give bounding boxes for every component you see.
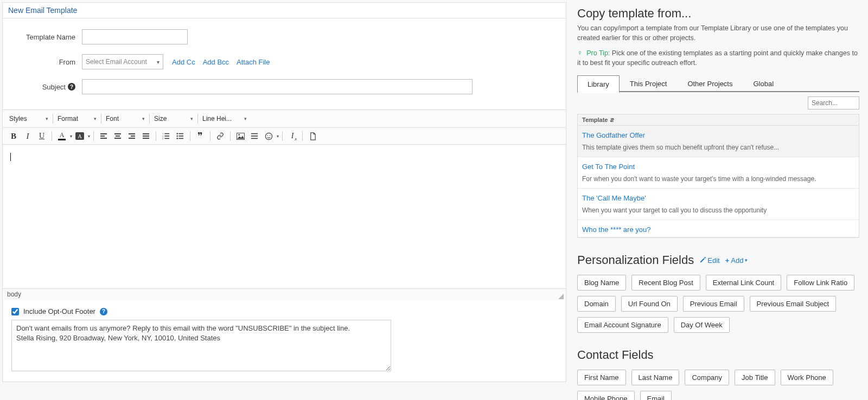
template-name-label: Template Name [14, 33, 82, 41]
help-icon[interactable]: ? [68, 83, 75, 91]
svg-point-17 [265, 133, 272, 139]
field-button[interactable]: Mobile Phone [577, 391, 635, 400]
add-field-button[interactable]: +Add ▾ [725, 256, 748, 264]
field-button[interactable]: Last Name [631, 370, 680, 385]
field-button[interactable]: Blog Name [577, 275, 626, 291]
pencil-icon [699, 257, 706, 263]
template-row[interactable]: Get To The Point For when you don't want… [578, 157, 859, 189]
chevron-down-icon[interactable]: ▾ [277, 134, 279, 139]
svg-point-10 [176, 138, 178, 139]
text-cursor [10, 153, 11, 161]
emoji-button[interactable] [262, 130, 275, 142]
template-link[interactable]: Get To The Point [582, 163, 854, 171]
resize-handle[interactable] [558, 294, 564, 299]
link-button[interactable] [214, 130, 227, 142]
template-link[interactable]: The Godfather Offer [582, 131, 854, 139]
svg-text:3: 3 [162, 137, 164, 140]
template-row[interactable]: Who the **** are you? [578, 220, 859, 237]
template-row[interactable]: The Godfather Offer This template gives … [578, 126, 859, 157]
svg-rect-1 [164, 133, 169, 134]
field-button[interactable]: Email [640, 391, 672, 400]
svg-point-13 [238, 134, 240, 136]
template-row[interactable]: The 'Call Me Maybe' When you want your t… [578, 189, 859, 220]
image-button[interactable] [234, 130, 247, 142]
size-dropdown[interactable]: Size▾ [152, 112, 195, 125]
svg-rect-15 [251, 136, 258, 137]
optout-checkbox[interactable] [11, 308, 19, 315]
svg-rect-16 [251, 138, 258, 139]
horizontal-rule-button[interactable] [248, 130, 261, 142]
align-right-button[interactable] [125, 130, 138, 142]
element-path[interactable]: body [7, 291, 21, 298]
template-desc: For when you don't want to waste your ta… [582, 175, 854, 183]
editor-body[interactable] [3, 145, 566, 288]
add-cc-link[interactable]: Add Cc [172, 58, 195, 66]
help-icon[interactable]: ? [100, 308, 107, 315]
chevron-down-icon[interactable]: ▾ [70, 134, 72, 139]
tab-global[interactable]: Global [743, 75, 784, 92]
lineheight-dropdown[interactable]: Line Hei...▾ [200, 112, 249, 125]
align-justify-button[interactable] [139, 130, 152, 142]
styles-dropdown[interactable]: Styles▾ [7, 112, 50, 125]
panel-title: New Email Template [3, 3, 566, 18]
blockquote-button[interactable]: ❞ [194, 130, 207, 142]
align-left-button[interactable] [97, 130, 110, 142]
protip: ♀ Pro Tip: Pick one of the existing temp… [577, 48, 859, 68]
tab-library[interactable]: Library [577, 75, 620, 93]
chevron-down-icon[interactable]: ▾ [88, 134, 90, 139]
attach-file-link[interactable]: Attach File [237, 58, 270, 66]
template-desc: When you want your target to call you to… [582, 207, 854, 214]
field-button[interactable]: External Link Count [706, 275, 781, 291]
bold-button[interactable]: B [7, 130, 20, 142]
font-dropdown[interactable]: Font▾ [104, 112, 147, 125]
svg-point-19 [270, 135, 271, 136]
sort-icon: ⇵ [610, 117, 614, 123]
from-label: From [14, 58, 82, 66]
bullet-list-button[interactable] [174, 130, 187, 142]
source-button[interactable] [306, 130, 319, 142]
field-button[interactable]: Company [685, 370, 729, 385]
svg-rect-7 [178, 133, 183, 134]
template-table: Template ⇵ The Godfather Offer This temp… [577, 114, 859, 238]
contact-fields-title: Contact Fields [577, 348, 859, 362]
optout-footer-textarea[interactable] [11, 320, 391, 371]
field-button[interactable]: Recent Blog Post [631, 275, 700, 291]
template-link[interactable]: Who the **** are you? [582, 225, 854, 234]
field-button[interactable]: Email Account Signature [577, 317, 668, 333]
template-table-header[interactable]: Template ⇵ [578, 114, 859, 126]
template-name-input[interactable] [82, 29, 188, 44]
edit-fields-button[interactable]: Edit [699, 256, 719, 264]
tab-other-projects[interactable]: Other Projects [677, 75, 743, 92]
from-account-select[interactable]: Select Email Account [82, 54, 163, 69]
field-button[interactable]: Url Found On [621, 296, 678, 312]
field-button[interactable]: First Name [577, 370, 626, 385]
numbered-list-button[interactable]: 123 [159, 130, 173, 142]
tab-this-project[interactable]: This Project [620, 75, 678, 92]
template-link[interactable]: The 'Call Me Maybe' [582, 194, 854, 202]
field-button[interactable]: Follow Link Ratio [787, 275, 854, 291]
svg-rect-3 [164, 136, 169, 137]
format-dropdown[interactable]: Format▾ [55, 112, 99, 125]
copy-template-title: Copy template from... [577, 7, 859, 21]
italic-button[interactable]: I [21, 130, 34, 142]
align-center-button[interactable] [111, 130, 124, 142]
template-search-input[interactable] [808, 96, 859, 109]
field-button[interactable]: Domain [577, 296, 616, 312]
add-bcc-link[interactable]: Add Bcc [203, 58, 229, 66]
field-button[interactable]: Previous Email [683, 296, 744, 312]
subject-input[interactable] [82, 79, 473, 94]
text-color-button[interactable]: A [55, 130, 68, 142]
from-placeholder: Select Email Account [86, 58, 147, 66]
underline-button[interactable]: U [35, 130, 48, 142]
field-button[interactable]: Work Phone [781, 370, 833, 385]
field-button[interactable]: Job Title [735, 370, 775, 385]
field-button[interactable]: Day Of Week [674, 317, 730, 333]
personalization-title: Personalization Fields [577, 253, 694, 267]
svg-text:2: 2 [162, 135, 163, 138]
bg-color-button[interactable]: A [73, 130, 86, 142]
remove-format-button[interactable]: Ix [286, 130, 299, 142]
subject-label: Subject [42, 83, 66, 91]
copy-template-desc: You can copy/import a template from our … [577, 24, 859, 43]
svg-rect-9 [178, 136, 183, 137]
field-button[interactable]: Previous Email Subject [750, 296, 837, 312]
